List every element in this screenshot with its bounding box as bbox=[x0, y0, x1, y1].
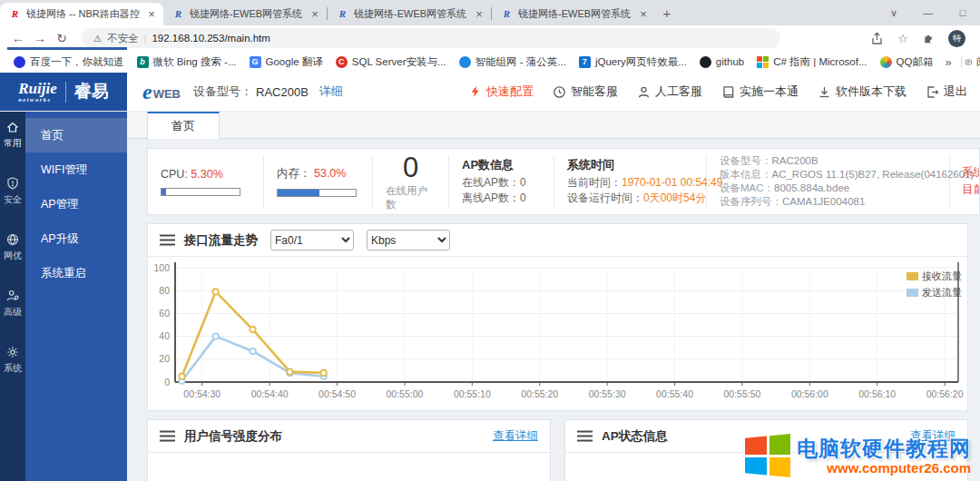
sidebar-category-strip: 常用 安全 网优 高级 系统 bbox=[0, 112, 25, 481]
browser-tab-bar: R 锐捷网络 -- NBR路由器控制引擎 × R 锐捷网络-EWEB网管系统 ×… bbox=[0, 0, 980, 25]
csdn-favicon-icon: C bbox=[336, 56, 348, 68]
interface-select[interactable]: Fa0/1 bbox=[270, 230, 354, 250]
svg-text:00:56:20: 00:56:20 bbox=[926, 388, 964, 399]
cpu-label: CPU: bbox=[161, 168, 188, 181]
bookmark-sqlserver[interactable]: C SQL Server安装与... bbox=[329, 55, 453, 69]
window-controls: ∨ — □ bbox=[877, 0, 980, 25]
bookmark-oray[interactable]: 智能组网 - 蒲公英... bbox=[453, 55, 573, 69]
ruijie-blue-favicon-icon: R bbox=[501, 8, 513, 20]
forward-icon[interactable]: → bbox=[29, 31, 51, 45]
system-time-section: 系统时间 当前时间：1970-01-01 00:54:49 设备运行时间：0天0… bbox=[554, 155, 707, 208]
qqmail-favicon-icon bbox=[880, 56, 892, 68]
sidebar-item-home[interactable]: 首页 bbox=[25, 118, 127, 152]
device-info-section: 设备型号：RAC200B 版本信息：AC_RGOS 11.1(5)B27, Re… bbox=[707, 155, 950, 208]
smart-service-button[interactable]: 智能客服 bbox=[553, 83, 618, 100]
sidebar-group-security[interactable]: 安全 bbox=[0, 176, 25, 232]
bookmarks-bar: 百度一下，你就知道 b 微软 Bing 搜索 -... G Google 翻译 … bbox=[0, 51, 980, 73]
address-bar[interactable]: ⚠ 不安全 | 192.168.10.253/main.htm bbox=[82, 28, 780, 48]
panel-menu-icon[interactable] bbox=[577, 430, 593, 442]
tab-close-icon[interactable]: × bbox=[309, 7, 321, 21]
svg-text:100: 100 bbox=[153, 262, 170, 273]
menu-label: 实施一本通 bbox=[740, 83, 799, 100]
browser-tab-eweb-3[interactable]: R 锐捷网络-EWEB网管系统 × bbox=[492, 3, 655, 25]
browser-toolbar: ← → ↻ ⚠ 不安全 | 192.168.10.253/main.htm ☆ … bbox=[0, 25, 980, 51]
browser-tab-eweb-1[interactable]: R 锐捷网络-EWEB网管系统 × bbox=[163, 3, 327, 25]
bookmark-label: SQL Server安装与... bbox=[352, 55, 446, 69]
bookmark-qqmail[interactable]: QQ邮箱 bbox=[874, 55, 940, 69]
sidebar-group-common[interactable]: 常用 bbox=[0, 120, 25, 176]
reading-list-button[interactable]: 阅读清单 bbox=[965, 55, 980, 69]
brand-divider bbox=[65, 82, 66, 103]
bing-favicon-icon: b bbox=[137, 56, 149, 68]
panel-menu-icon[interactable] bbox=[160, 234, 175, 246]
current-time-label: 当前时间： bbox=[567, 176, 622, 189]
sidebar-item-ap-manage[interactable]: AP管理 bbox=[25, 187, 127, 221]
bookmark-jquery[interactable]: 7 jQuery网页特效最... bbox=[573, 55, 693, 69]
bookmark-csharp[interactable]: C# 指南 | Microsof... bbox=[750, 55, 873, 69]
uptime-value: 0天00时54分 bbox=[643, 191, 706, 204]
bookmark-github[interactable]: github bbox=[693, 56, 750, 68]
tab-close-icon[interactable]: × bbox=[637, 7, 650, 21]
sidebar-item-system-restart[interactable]: 系统重启 bbox=[25, 256, 127, 290]
reading-list-icon bbox=[965, 56, 972, 68]
sidebar-item-ap-upgrade[interactable]: AP升级 bbox=[25, 221, 127, 256]
not-secure-warning-icon[interactable]: ⚠ bbox=[93, 34, 102, 44]
share-icon[interactable] bbox=[870, 32, 884, 45]
back-icon[interactable]: ← bbox=[7, 31, 29, 45]
bottom-panels: 用户信号强度分布 查看详细 AP状态信息 查看详细 bbox=[147, 419, 968, 481]
sidebar-group-network-optimize[interactable]: 网优 bbox=[0, 232, 25, 289]
bookmark-bing[interactable]: b 微软 Bing 搜索 -... bbox=[131, 55, 243, 69]
implementation-guide-button[interactable]: 实施一本通 bbox=[721, 83, 799, 100]
sidebar-item-wifi[interactable]: WIFI管理 bbox=[25, 152, 127, 187]
svg-text:00:55:20: 00:55:20 bbox=[521, 388, 558, 399]
minimize-icon[interactable]: — bbox=[911, 7, 946, 18]
bookmark-google-translate[interactable]: G Google 翻译 bbox=[243, 55, 329, 69]
bookmark-baidu[interactable]: 百度一下，你就知道 bbox=[7, 55, 131, 69]
bookmark-star-icon[interactable]: ☆ bbox=[897, 33, 908, 44]
logout-button[interactable]: 退出 bbox=[926, 83, 967, 100]
bookmarks-overflow-chevron[interactable]: » bbox=[939, 55, 956, 69]
svg-text:00:55:30: 00:55:30 bbox=[589, 388, 626, 399]
book-icon bbox=[721, 85, 735, 99]
ap-detail-link[interactable]: 查看详细 bbox=[910, 428, 956, 444]
uptime-label: 设备运行时间： bbox=[567, 191, 643, 204]
sidebar-group-label: 常用 bbox=[4, 137, 22, 150]
unit-select[interactable]: Kbps bbox=[367, 230, 450, 250]
sidebar-group-system[interactable]: 系统 bbox=[0, 345, 25, 401]
google-translate-favicon-icon: G bbox=[250, 56, 261, 68]
human-service-button[interactable]: 人工客服 bbox=[637, 83, 702, 100]
new-tab-button[interactable]: + bbox=[655, 3, 679, 25]
svg-text:80: 80 bbox=[159, 285, 170, 296]
extensions-icon[interactable] bbox=[922, 32, 935, 44]
software-download-button[interactable]: 软件版本下载 bbox=[818, 83, 906, 100]
panel-menu-icon[interactable] bbox=[160, 430, 175, 442]
profile-avatar[interactable]: 特 bbox=[948, 30, 965, 47]
jquery-favicon-icon: 7 bbox=[579, 56, 591, 68]
svg-text:00:54:50: 00:54:50 bbox=[318, 388, 356, 399]
maximize-icon[interactable]: □ bbox=[946, 7, 980, 18]
tab-home[interactable]: 首页 bbox=[147, 112, 220, 139]
notice-line: 目前最新版 bbox=[962, 182, 979, 199]
bookmark-label: github bbox=[716, 56, 744, 67]
sidebar-menu: 首页 WIFI管理 AP管理 AP升级 系统重启 bbox=[25, 112, 127, 481]
bookmark-label: 微软 Bing 搜索 -... bbox=[153, 55, 237, 69]
eweb-logo-text: WEB bbox=[153, 87, 181, 101]
device-detail-link[interactable]: 详细 bbox=[319, 83, 343, 100]
toolbar-actions: ☆ 特 bbox=[870, 30, 973, 47]
signal-detail-link[interactable]: 查看详细 bbox=[493, 428, 538, 444]
tab-search-icon[interactable]: ∨ bbox=[877, 7, 911, 19]
reload-icon[interactable]: ↻ bbox=[51, 31, 73, 45]
tab-title: 锐捷网络-EWEB网管系统 bbox=[190, 7, 303, 21]
device-row-value: CAMA1JE004081 bbox=[782, 196, 865, 207]
device-row-value: RAC200B bbox=[772, 155, 818, 166]
legend-item-receive[interactable]: 接收流量 bbox=[906, 270, 962, 283]
tab-close-icon[interactable]: × bbox=[145, 7, 158, 21]
tab-title: 锐捷网络-EWEB网管系统 bbox=[518, 7, 632, 21]
quick-config-button[interactable]: 快速配置 bbox=[469, 83, 534, 100]
legend-item-send[interactable]: 发送流量 bbox=[906, 286, 962, 299]
browser-tab-nbr[interactable]: R 锐捷网络 -- NBR路由器控制引擎 × bbox=[0, 3, 163, 25]
decoration-bar bbox=[7, 47, 127, 50]
sidebar-group-advanced[interactable]: 高级 bbox=[0, 289, 25, 345]
tab-close-icon[interactable]: × bbox=[473, 7, 485, 21]
browser-tab-eweb-2[interactable]: R 锐捷网络-EWEB网管系统 × bbox=[328, 3, 491, 25]
